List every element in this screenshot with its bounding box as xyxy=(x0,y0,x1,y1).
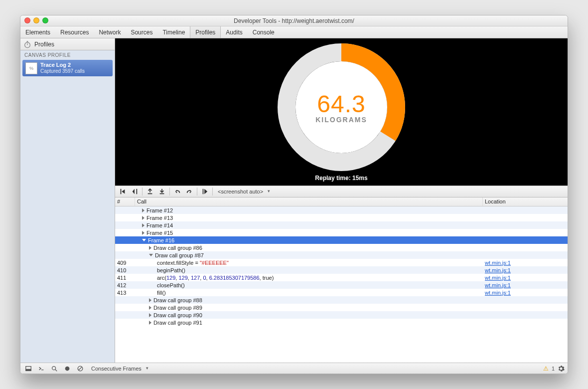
donut-chart: 64.3 KILOGRAMS xyxy=(277,43,406,172)
canvas-preview: 64.3 KILOGRAMS Replay time: 15ms xyxy=(115,38,568,186)
grid-row[interactable]: Draw call group #90 xyxy=(115,311,568,319)
sidebar-item-title: Trace Log 2 xyxy=(40,62,85,68)
grid-row[interactable]: 412closePath()wt.min.js:1 xyxy=(115,281,568,289)
sidebar-item-trace-log[interactable]: % Trace Log 2 Captured 3597 calls xyxy=(22,60,113,76)
sidebar: Profiles CANVAS PROFILE % Trace Log 2 Ca… xyxy=(20,38,115,363)
grid-row[interactable]: 413fill()wt.min.js:1 xyxy=(115,289,568,296)
warning-count: 1 xyxy=(552,366,555,372)
call-grid[interactable]: # Call Location Frame #12Frame #13Frame … xyxy=(115,197,568,363)
col-num: # xyxy=(115,197,135,206)
svg-rect-6 xyxy=(160,194,164,194)
grid-row[interactable]: Frame #15 xyxy=(115,229,568,236)
prev-frame-button[interactable] xyxy=(129,187,140,196)
tab-profiles[interactable]: Profiles xyxy=(190,26,221,38)
stopwatch-icon xyxy=(23,40,31,48)
tab-timeline[interactable]: Timeline xyxy=(157,26,190,38)
sidebar-section-label: CANVAS PROFILE xyxy=(20,50,115,60)
location-link[interactable]: wt.min.js:1 xyxy=(485,282,511,288)
tab-audits[interactable]: Audits xyxy=(221,26,247,38)
grid-row[interactable]: Frame #12 xyxy=(115,206,568,214)
svg-point-10 xyxy=(52,366,56,370)
warning-icon[interactable]: ⚠ xyxy=(543,365,549,372)
dock-button[interactable] xyxy=(23,364,33,373)
separator xyxy=(197,188,197,195)
col-call: Call xyxy=(135,197,483,206)
svg-rect-9 xyxy=(26,369,31,371)
replay-time: Replay time: 15ms xyxy=(315,175,367,182)
record-button[interactable] xyxy=(62,364,72,373)
donut-value: 64.3 xyxy=(317,90,365,118)
grid-header: # Call Location xyxy=(115,197,568,206)
grid-row[interactable]: Draw call group #88 xyxy=(115,296,568,304)
close-button[interactable] xyxy=(24,17,30,23)
svg-line-11 xyxy=(55,369,57,371)
svg-rect-5 xyxy=(148,194,152,194)
grid-row[interactable]: Frame #13 xyxy=(115,214,568,221)
col-location: Location xyxy=(483,197,568,206)
window-title: Developer Tools - http://weight.aerotwis… xyxy=(20,17,568,24)
statusbar: Consecutive Frames ⚠ 1 xyxy=(20,363,568,374)
tab-network[interactable]: Network xyxy=(94,26,126,38)
tab-console[interactable]: Console xyxy=(248,26,280,38)
step-in-button[interactable] xyxy=(156,187,167,196)
grid-row[interactable]: Frame #14 xyxy=(115,221,568,229)
sidebar-header: Profiles xyxy=(20,38,115,50)
sidebar-item-subtitle: Captured 3597 calls xyxy=(40,68,85,74)
grid-row[interactable]: Frame #16 xyxy=(115,236,568,244)
settings-icon[interactable] xyxy=(558,365,565,372)
grid-row[interactable]: 410beginPath()wt.min.js:1 xyxy=(115,266,568,274)
svg-rect-7 xyxy=(203,189,204,194)
separator xyxy=(169,188,170,195)
grid-row[interactable]: Draw call group #87 xyxy=(115,251,568,259)
minimize-button[interactable] xyxy=(33,17,39,23)
grid-row[interactable]: Draw call group #86 xyxy=(115,244,568,251)
titlebar: Developer Tools - http://weight.aerotwis… xyxy=(20,15,568,26)
location-link[interactable]: wt.min.js:1 xyxy=(485,290,511,296)
main-panel: 64.3 KILOGRAMS Replay time: 15ms xyxy=(115,38,568,363)
svg-point-12 xyxy=(65,366,70,371)
sidebar-header-label: Profiles xyxy=(34,41,54,48)
undo-button[interactable] xyxy=(172,187,183,196)
step-out-button[interactable] xyxy=(145,187,155,196)
devtools-window: Developer Tools - http://weight.aerotwis… xyxy=(20,15,568,374)
traffic-lights xyxy=(24,17,48,23)
first-frame-button[interactable] xyxy=(117,187,128,196)
separator xyxy=(142,188,143,195)
grid-row[interactable]: 409context.fillStyle = "#EEEEEE"wt.min.j… xyxy=(115,259,568,266)
tab-resources[interactable]: Resources xyxy=(55,26,94,38)
play-button[interactable] xyxy=(199,187,210,196)
location-link[interactable]: wt.min.js:1 xyxy=(485,275,511,281)
svg-rect-1 xyxy=(27,41,28,42)
grid-row[interactable]: 411arc(129, 129, 127, 0, 6.2831853071795… xyxy=(115,274,568,281)
donut-unit: KILOGRAMS xyxy=(315,116,367,124)
replay-toolbar: <screenshot auto> xyxy=(115,186,568,197)
location-link[interactable]: wt.min.js:1 xyxy=(485,267,511,273)
tab-sources[interactable]: Sources xyxy=(126,26,157,38)
clear-button[interactable] xyxy=(75,364,85,373)
separator xyxy=(212,188,213,195)
frames-mode-dropdown[interactable]: Consecutive Frames xyxy=(88,366,150,372)
screenshot-mode-dropdown[interactable]: <screenshot auto> xyxy=(215,189,272,194)
panel-tabs: ElementsResourcesNetworkSourcesTimelineP… xyxy=(20,26,568,38)
location-link[interactable]: wt.min.js:1 xyxy=(485,260,511,266)
redo-button[interactable] xyxy=(184,187,195,196)
tab-elements[interactable]: Elements xyxy=(20,26,55,38)
grid-row[interactable]: Draw call group #91 xyxy=(115,319,568,326)
grid-row[interactable]: Draw call group #89 xyxy=(115,304,568,311)
console-button[interactable] xyxy=(36,364,46,373)
zoom-button[interactable] xyxy=(42,17,48,23)
body: Profiles CANVAS PROFILE % Trace Log 2 Ca… xyxy=(20,38,568,363)
document-icon: % xyxy=(25,62,37,74)
search-button[interactable] xyxy=(49,364,59,373)
svg-line-14 xyxy=(79,367,82,370)
